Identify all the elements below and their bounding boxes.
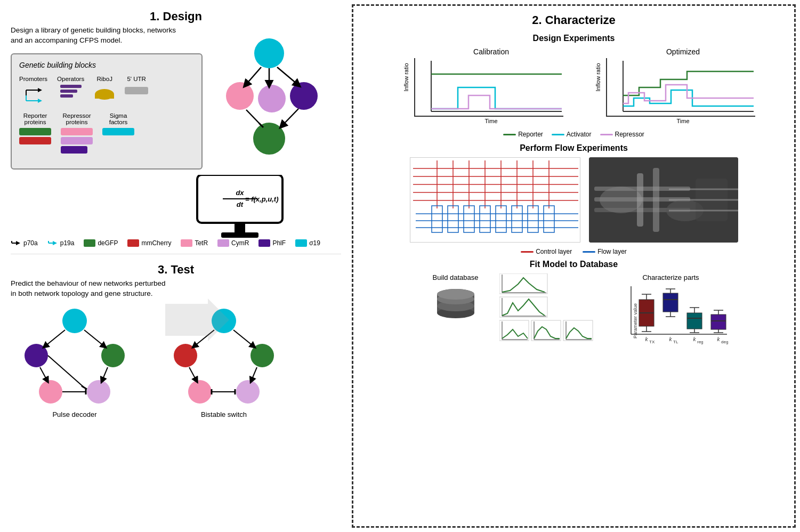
svg-line-19 (282, 109, 298, 125)
design-experiments-section: Design Experiments Calibration Inflow ra… (362, 34, 786, 138)
build-database-label: Build database (432, 273, 478, 281)
svg-point-10 (226, 82, 254, 110)
optimized-ylabel: Inflow ratio (594, 63, 601, 91)
svg-line-40 (84, 330, 104, 346)
sigma-factors-item: Sigmafactors (102, 112, 134, 135)
svg-line-16 (277, 67, 297, 84)
svg-text:k: k (693, 336, 696, 342)
legend-repressor: Repressor (600, 131, 644, 138)
design-title: 1. Design (11, 10, 341, 23)
svg-rect-89 (544, 206, 554, 232)
svg-text:deg: deg (721, 340, 728, 344)
svg-rect-144 (711, 315, 726, 329)
svg-point-9 (254, 38, 284, 68)
riboj-label: RiboJ (96, 76, 112, 82)
optimized-chart-svg (606, 58, 755, 117)
left-panel: 1. Design Design a library of genetic bu… (0, 0, 352, 532)
utr-icon (125, 85, 148, 96)
flow-diagram-svg (410, 158, 580, 242)
svg-text:TX: TX (649, 340, 655, 344)
optimized-chart: Optimized Inflow ratio (579, 47, 761, 127)
flow-diagram-svg-container (410, 157, 580, 243)
svg-rect-7 (95, 94, 114, 99)
svg-text:TL: TL (673, 340, 678, 344)
svg-rect-88 (528, 206, 538, 232)
svg-marker-61 (165, 299, 229, 341)
svg-rect-85 (480, 206, 490, 232)
formula-area: dx dt = f(x,p,u,t) (11, 175, 341, 244)
reporter-proteins-item: Reporterproteins (19, 112, 51, 144)
bistable-switch-label: Bistable switch (171, 410, 277, 418)
utr-item: 5' UTR (125, 76, 148, 96)
svg-text:reg: reg (697, 340, 704, 344)
svg-rect-138 (687, 313, 702, 329)
svg-line-55 (189, 367, 196, 380)
optimized-xlabel: Time (606, 118, 761, 124)
chart-legend-row: Reporter Activator Repressor (362, 131, 786, 138)
svg-rect-26 (235, 223, 245, 233)
sigma-factors-label: Sigmafactors (109, 112, 128, 125)
operators-item: Operators (57, 76, 84, 98)
mini-charts-area (499, 273, 606, 343)
svg-line-54 (233, 330, 253, 346)
operators-label: Operators (57, 76, 84, 82)
flow-layer-legend: Flow layer (583, 248, 627, 255)
divider (11, 254, 341, 254)
network-diagram-top (208, 37, 330, 160)
svg-marker-2 (38, 88, 42, 92)
svg-rect-117 (531, 320, 561, 341)
svg-rect-86 (496, 206, 506, 232)
svg-text:dt: dt (237, 200, 244, 208)
svg-line-44 (82, 386, 87, 389)
operators-icon (60, 85, 82, 98)
param-chart-area: Characterize parts Parameter value (612, 273, 730, 343)
repressor-legend-label: Repressor (615, 131, 644, 138)
flow-photo-svg (589, 157, 738, 243)
mini-charts-svg (499, 273, 601, 343)
flow-legend: Control layer Flow layer (362, 248, 786, 255)
activator-legend-line (552, 134, 564, 135)
reporter-legend-line (503, 134, 516, 135)
flow-experiments-section: Perform Flow Experiments (362, 143, 786, 255)
promoters-item: Promoters (19, 76, 47, 104)
svg-rect-132 (663, 293, 678, 312)
flow-photo (589, 157, 738, 243)
characterize-title: 2. Characterize (362, 13, 786, 27)
test-subtitle: Predict the behaviour of new networks pe… (11, 279, 341, 299)
optimized-title: Optimized (606, 47, 761, 56)
svg-text:k: k (645, 336, 648, 342)
right-panel: 2. Characterize Design Experiments Calib… (352, 4, 796, 528)
svg-rect-87 (512, 206, 522, 232)
gray-arrow-svg (165, 299, 229, 341)
svg-point-49 (174, 344, 197, 367)
calibration-chart-svg (414, 58, 563, 117)
svg-line-42 (102, 367, 108, 380)
svg-point-35 (25, 344, 48, 367)
genetic-building-blocks-box: Genetic building blocks Promoters (11, 53, 203, 170)
svg-line-39 (45, 330, 65, 346)
svg-point-13 (253, 123, 285, 155)
svg-point-36 (101, 344, 125, 367)
test-title: 3. Test (11, 263, 341, 277)
control-layer-line (521, 251, 534, 253)
activator-legend-label: Activator (567, 131, 592, 138)
svg-line-41 (40, 367, 47, 380)
bb-row-1: Promoters (19, 76, 194, 104)
repressor-proteins-label: Repressorproteins (62, 112, 91, 125)
promoters-label: Promoters (19, 76, 47, 82)
sigma-factors-icon (102, 128, 134, 135)
network-svg-top (208, 37, 330, 160)
svg-point-38 (87, 380, 110, 404)
param-chart-svg: Parameter value (612, 284, 730, 345)
main-container: 1. Design Design a library of genetic bu… (0, 0, 800, 532)
control-layer-legend: Control layer (521, 248, 572, 255)
svg-rect-84 (464, 206, 474, 232)
svg-text:dx: dx (236, 189, 244, 197)
fit-model-title: Fit Model to Database (362, 260, 786, 269)
svg-line-56 (252, 367, 257, 380)
svg-point-107 (437, 289, 474, 300)
repressor-proteins-item: Repressorproteins (61, 112, 93, 154)
promoters-icon (23, 85, 44, 104)
svg-rect-96 (653, 168, 659, 232)
build-database-area: Build database (418, 273, 493, 343)
